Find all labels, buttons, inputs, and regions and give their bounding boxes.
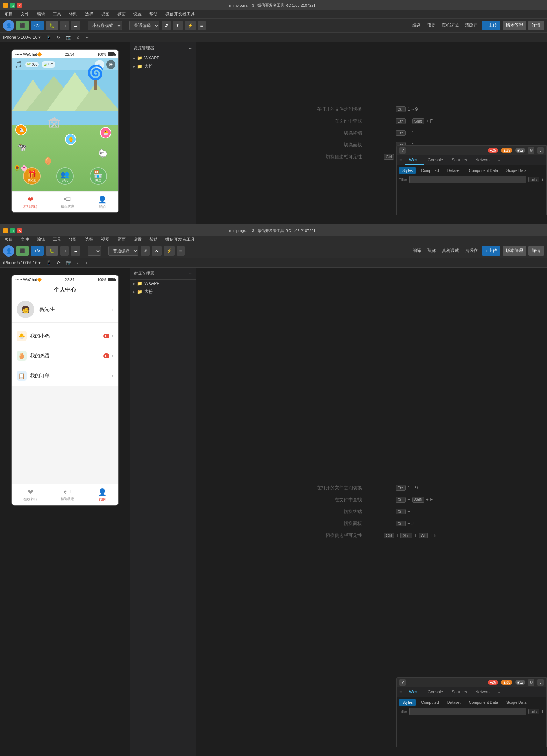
clear-btn-top[interactable]: 清缓存 [463, 22, 479, 29]
nav-item-chickens-bottom[interactable]: ❤ 在线养鸡 [23, 488, 37, 502]
subtab-computed-bottom[interactable]: Computed [418, 699, 442, 706]
subtab-styles-top[interactable]: Styles [399, 167, 416, 174]
phone-icon-top[interactable]: 📱 [46, 35, 51, 40]
compile-btn-top[interactable]: 编译 [410, 22, 423, 29]
add-style-icon-bottom[interactable]: + [541, 709, 544, 714]
nav-item-chickens-top[interactable]: ❤ 在线养鸡 [23, 195, 37, 209]
menu-wechat-dev-b[interactable]: 微信开发者工具 [164, 236, 196, 243]
visual-btn-top[interactable]: □ [60, 21, 68, 30]
maximize-button-bottom[interactable]: □ [10, 228, 15, 233]
back-icon-top[interactable]: ← [85, 35, 90, 40]
file-tree-dafeng-bottom[interactable]: ▸ 📁 大粉 [130, 287, 196, 296]
menu-view-b[interactable]: 视图 [100, 236, 111, 243]
store-btn-top[interactable]: 🏪 商店 [90, 167, 107, 185]
menu-edit[interactable]: 编辑 [35, 10, 47, 18]
mode-select-top[interactable]: 小程序模式 [88, 21, 122, 30]
refresh-btn-top[interactable]: ↺ [162, 21, 171, 30]
add-style-icon-top[interactable]: + [541, 177, 544, 182]
filter-input-top[interactable] [409, 176, 526, 183]
phone-icon-bottom[interactable]: 📱 [46, 260, 51, 265]
clear-btn-bottom[interactable]: 清缓存 [463, 247, 480, 254]
window-controls-top[interactable]: — □ ✕ [3, 3, 22, 8]
compile2-btn-top[interactable]: ⚡ [185, 21, 196, 30]
eye-btn-top[interactable]: 👁 [173, 21, 183, 30]
code-mode-btn-bottom[interactable]: </> [31, 246, 44, 256]
version-btn-top[interactable]: 版本管理 [503, 21, 526, 30]
camera-circle-btn-top[interactable]: ⊕ [106, 60, 115, 69]
tab-more-bottom[interactable]: » [495, 688, 503, 696]
file-tree-wxapp-top[interactable]: ▸ 📁 WXAPP [130, 54, 196, 62]
home-icon-top[interactable]: ⌂ [77, 35, 79, 40]
compile-select-bottom[interactable]: 普通编译 [108, 246, 138, 256]
file-tree-more-icon-bottom[interactable]: ··· [189, 271, 192, 276]
devtools-expand-icon-bottom[interactable]: ⤢ [399, 679, 406, 686]
nav-item-deals-bottom[interactable]: 🏷 精选优惠 [61, 488, 74, 502]
nav-item-deals-top[interactable]: 🏷 精选优惠 [61, 195, 74, 209]
visual-btn-bottom[interactable]: □ [60, 246, 68, 256]
eye-btn-bottom[interactable]: 👁 [152, 246, 162, 256]
menu-goto-b[interactable]: 转到 [68, 236, 79, 243]
home-icon-bottom[interactable]: ⌂ [77, 260, 79, 265]
menu-select[interactable]: 选择 [84, 10, 95, 18]
upload-btn-bottom[interactable]: ↑ 上传 [482, 246, 500, 256]
menu-help[interactable]: 帮助 [148, 10, 159, 18]
details-btn-bottom[interactable]: 详情 [528, 246, 544, 256]
profile-menu-eggs-bottom[interactable]: 🥚 我的鸡蛋 0 › [12, 346, 118, 366]
back-icon-bottom[interactable]: ← [85, 260, 90, 265]
close-button-bottom[interactable]: ✕ [17, 228, 22, 233]
devtools-expand-icon-top[interactable]: ⤢ [399, 147, 406, 154]
device-selector-top[interactable]: iPhone 5 100% 16 ▾ [3, 35, 41, 40]
version-btn-bottom[interactable]: 版本管理 [503, 246, 526, 256]
upload-btn-top[interactable]: ↑ 上传 [482, 21, 500, 30]
subtab-styles-bottom[interactable]: Styles [399, 699, 416, 706]
build-btn-bottom[interactable]: ≡ [177, 246, 185, 256]
realtest-btn-top[interactable]: 真机调试 [440, 22, 461, 29]
debug-mode-btn-bottom[interactable]: 🐛 [46, 246, 58, 256]
devtools-gear-icon-bottom[interactable]: ⚙ [528, 679, 534, 686]
realtest-btn-bottom[interactable]: 真机调试 [440, 247, 461, 254]
subtab-scopedata-bottom[interactable]: Scope Data [503, 699, 530, 706]
subtab-dataset-top[interactable]: Dataset [444, 167, 464, 174]
tab-sources-bottom[interactable]: Sources [447, 688, 471, 696]
compile-mode-btn-bottom[interactable]: ⬛ [16, 246, 29, 256]
tab-wxml-icon-bottom[interactable]: ≡ [397, 688, 405, 696]
menu-view[interactable]: 视图 [100, 10, 111, 18]
tab-console-top[interactable]: Console [424, 156, 447, 164]
menu-help-b[interactable]: 帮助 [148, 236, 159, 243]
tab-network-bottom[interactable]: Network [471, 688, 495, 696]
cls-btn-bottom[interactable]: .cls [528, 709, 539, 714]
subtab-dataset-bottom[interactable]: Dataset [444, 699, 464, 706]
cls-btn-top[interactable]: .cls [528, 177, 539, 182]
file-tree-wxapp-bottom[interactable]: ▸ 📁 WXAPP [130, 280, 196, 287]
menu-settings-b[interactable]: 设置 [132, 236, 143, 243]
close-button-top[interactable]: ✕ [17, 3, 22, 8]
menu-file[interactable]: 文件 [19, 10, 30, 18]
rotate-icon-bottom[interactable]: ⟳ [57, 260, 61, 265]
file-tree-more-icon-top[interactable]: ··· [189, 46, 192, 51]
tab-wxml-top[interactable]: Wxml [405, 156, 424, 164]
file-tree-dafeng-top[interactable]: ▸ 📁 大粉 [130, 62, 196, 71]
refresh-btn-bottom[interactable]: ↺ [141, 246, 150, 256]
menu-project[interactable]: 项目 [3, 10, 14, 18]
compile-mode-btn-top[interactable]: ⬛ [16, 21, 29, 30]
screenshot-icon-bottom[interactable]: 📷 [66, 260, 71, 265]
details-btn-top[interactable]: 详情 [528, 21, 544, 30]
tab-more-top[interactable]: » [495, 156, 503, 164]
devtools-gear-icon-top[interactable]: ⚙ [528, 147, 534, 154]
game-bottom-icons-top[interactable]: 🎁 领奖励 👥 好友 🏪 商店 [12, 167, 118, 185]
menu-edit-b[interactable]: 编辑 [35, 236, 47, 243]
window-controls-bottom[interactable]: — □ ✕ [3, 228, 22, 233]
minimize-button-bottom[interactable]: — [3, 228, 8, 233]
subtab-scopedata-top[interactable]: Scope Data [503, 167, 530, 174]
menu-project-b[interactable]: 项目 [3, 236, 14, 243]
tab-console-bottom[interactable]: Console [424, 688, 447, 696]
device-selector-bottom[interactable]: iPhone 5 100% 16 ▾ [3, 260, 41, 265]
nav-item-profile-top[interactable]: 👤 我的 [98, 195, 107, 209]
menu-tools-b[interactable]: 工具 [51, 236, 63, 243]
preview-btn-top[interactable]: 预览 [425, 22, 438, 29]
menu-goto[interactable]: 转到 [68, 10, 79, 18]
subtab-componentdata-bottom[interactable]: Component Data [466, 699, 502, 706]
menu-wechat-dev[interactable]: 微信开发者工具 [164, 10, 196, 18]
gift-btn-top[interactable]: 🎁 领奖励 [23, 167, 41, 185]
code-mode-btn-top[interactable]: </> [31, 21, 44, 30]
